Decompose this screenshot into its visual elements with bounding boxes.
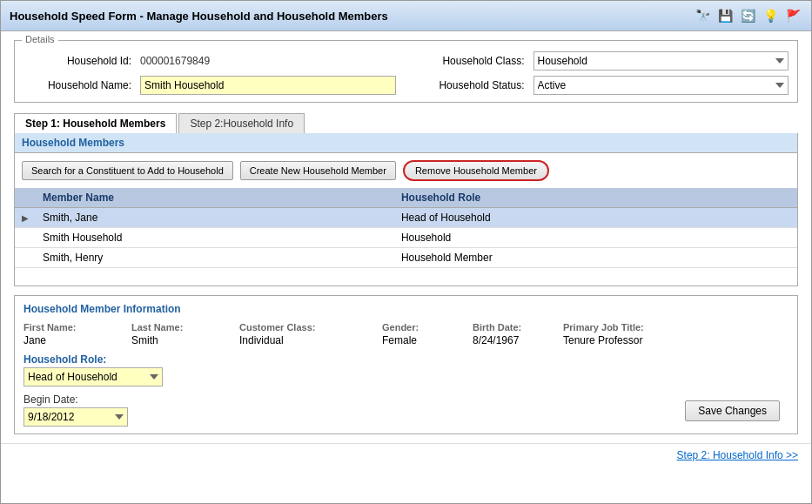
col-member-name: Member Name	[36, 188, 394, 208]
member-info-label-row: First Name: Last Name: Customer Class: G…	[23, 322, 789, 333]
row-arrow	[15, 228, 36, 248]
customer-class-label: Customer Class:	[239, 322, 379, 333]
primary-job-title-label: Primary Job Title:	[563, 322, 789, 333]
member-role-cell: Household Member	[394, 248, 797, 268]
first-name-label: First Name:	[23, 322, 128, 333]
last-name-label: Last Name:	[131, 322, 236, 333]
title-bar: Household Speed Form - Manage Household …	[1, 1, 811, 31]
content-area: Details Household Id: 000001679849 House…	[1, 31, 811, 443]
last-name-value: Smith	[131, 334, 236, 346]
household-members-section: Household Members Search for a Constitue…	[14, 133, 798, 286]
primary-job-title-value: Tenure Professor	[563, 334, 789, 346]
household-role-select[interactable]: Head of Household Household Household Me…	[23, 367, 163, 386]
household-name-label: Household Name:	[23, 79, 137, 91]
member-role-cell: Household	[394, 228, 797, 248]
member-info-section: Household Member Information First Name:…	[14, 295, 798, 434]
household-role-row: Household Role: Head of Household Househ…	[23, 353, 163, 386]
row-arrow: ▶	[15, 208, 36, 228]
table-row[interactable]: Smith Household Household	[15, 228, 797, 248]
search-constituent-button[interactable]: Search for a Constituent to Add to House…	[22, 161, 233, 180]
birth-date-value: 8/24/1967	[473, 334, 560, 346]
remove-member-button[interactable]: Remove Household Member	[403, 160, 549, 181]
details-section: Details Household Id: 000001679849 House…	[14, 40, 798, 103]
tab-household-info[interactable]: Step 2:Household Info	[178, 113, 305, 133]
gender-value: Female	[382, 334, 469, 346]
begin-date-select-wrap: 9/18/2012	[23, 407, 163, 427]
birth-date-label: Birth Date:	[473, 322, 560, 333]
member-info-value-row: Jane Smith Individual Female 8/24/1967 T…	[23, 334, 789, 346]
table-row[interactable]: Smith, Henry Household Member	[15, 248, 797, 268]
details-section-label: Details	[22, 34, 58, 44]
household-role-label: Household Role:	[23, 353, 163, 366]
bottom-actions: Save Changes	[676, 395, 789, 427]
row-arrow	[15, 248, 36, 268]
save-changes-button[interactable]: Save Changes	[685, 400, 780, 421]
footer-link[interactable]: Step 2: Household Info >>	[1, 443, 811, 467]
member-name-cell: Smith, Henry	[36, 248, 394, 268]
save-icon[interactable]: 💾	[715, 6, 735, 25]
household-class-select[interactable]: Household	[534, 51, 789, 71]
begin-date-row: Begin Date: 9/18/2012	[23, 393, 163, 427]
household-status-label: Household Status:	[399, 79, 530, 91]
household-members-header: Household Members	[15, 133, 797, 153]
flag-icon[interactable]: 🚩	[783, 6, 802, 25]
begin-date-label: Begin Date:	[23, 393, 163, 406]
col-arrow	[15, 188, 36, 208]
table-row[interactable]: ▶ Smith, Jane Head of Household	[15, 208, 797, 228]
household-role-select-wrap: Head of Household Household Household Me…	[23, 367, 163, 386]
details-grid: Household Id: 000001679849 Household Cla…	[23, 51, 789, 95]
members-table: Member Name Household Role ▶ Smith, Jane…	[15, 188, 797, 268]
lightbulb-icon[interactable]: 💡	[761, 6, 780, 25]
binoculars-icon[interactable]: 🔭	[693, 6, 712, 25]
main-window: Household Speed Form - Manage Household …	[0, 0, 812, 504]
window-title: Household Speed Form - Manage Household …	[10, 10, 388, 23]
toolbar-icons: 🔭 💾 🔄 💡 🚩	[693, 6, 802, 25]
member-info-header: Household Member Information	[23, 303, 789, 315]
member-role-cell: Head of Household	[394, 208, 797, 228]
footer-link-text[interactable]: Step 2: Household Info >>	[677, 449, 798, 461]
hm-buttons: Search for a Constituent to Add to House…	[15, 153, 797, 188]
gender-label: Gender:	[382, 322, 469, 333]
col-household-role: Household Role	[394, 188, 797, 208]
member-name-cell: Smith Household	[36, 228, 394, 248]
member-name-cell: Smith, Jane	[36, 208, 394, 228]
first-name-value: Jane	[23, 334, 128, 346]
create-member-button[interactable]: Create New Household Member	[240, 161, 396, 180]
household-status-select[interactable]: Active	[534, 76, 789, 95]
household-name-input[interactable]	[140, 76, 396, 95]
customer-class-value: Individual	[239, 334, 379, 346]
refresh-icon[interactable]: 🔄	[738, 6, 757, 25]
household-class-label: Household Class:	[399, 55, 530, 67]
tab-household-members[interactable]: Step 1: Household Members	[14, 113, 177, 133]
tabs-row: Step 1: Household Members Step 2:Househo…	[14, 113, 798, 133]
household-id-value: 000001679849	[140, 55, 396, 67]
household-id-label: Household Id:	[23, 55, 137, 67]
begin-date-select[interactable]: 9/18/2012	[23, 407, 128, 427]
